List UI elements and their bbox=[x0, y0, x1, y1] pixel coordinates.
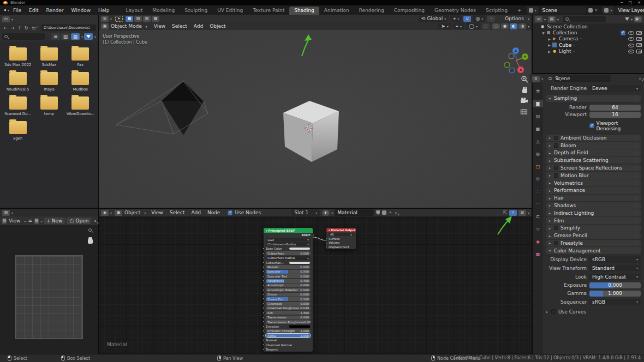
node-input-subsurface[interactable]: Subsurface0.000 bbox=[264, 251, 313, 256]
use-curves-checkbox[interactable] bbox=[551, 309, 556, 314]
expand-icon[interactable]: ▸ bbox=[549, 234, 554, 238]
world-icon[interactable]: ◍ bbox=[533, 150, 543, 158]
input-socket-icon[interactable] bbox=[263, 280, 265, 282]
xray-toggle-icon[interactable]: ▢ bbox=[482, 23, 490, 29]
menu-window[interactable]: Window bbox=[68, 8, 95, 13]
path-field[interactable]: C:\Users\user\Documents\ bbox=[41, 25, 96, 31]
menu-help[interactable]: Help bbox=[94, 8, 114, 13]
disable-render-icon[interactable] bbox=[636, 43, 642, 47]
input-socket-icon[interactable] bbox=[263, 316, 265, 318]
node-snap-icon[interactable]: ⌗ bbox=[509, 210, 517, 216]
section-checkbox[interactable] bbox=[554, 166, 558, 170]
node-input-base-color[interactable]: Base Color bbox=[264, 246, 313, 251]
expand-icon[interactable]: ▸ bbox=[549, 166, 554, 170]
select-box-icon[interactable]: ▧ bbox=[134, 16, 142, 22]
section-performance[interactable]: ▸Performance∷ bbox=[546, 187, 641, 194]
shading-solid-icon[interactable]: ● bbox=[501, 23, 509, 29]
principled-bsdf-node[interactable]: ▾Principled BSDF BSDF GGXChristensen-Bur… bbox=[264, 228, 313, 352]
editor-type-shader-icon[interactable]: ◉ bbox=[101, 210, 109, 216]
constraints-icon[interactable]: ⊏ bbox=[533, 213, 543, 220]
input-socket-icon[interactable] bbox=[263, 312, 265, 314]
particles-icon[interactable]: ∴ bbox=[533, 188, 543, 195]
navigation-gizmo[interactable]: ZYX bbox=[504, 47, 528, 73]
expand-icon[interactable]: ▸ bbox=[549, 136, 554, 140]
menu-file[interactable]: File bbox=[9, 8, 25, 13]
pan-hand-icon[interactable] bbox=[86, 237, 94, 245]
falloff-icon[interactable]: ∿ bbox=[487, 16, 495, 22]
new-material-icon[interactable] bbox=[382, 210, 386, 215]
input-socket-icon[interactable] bbox=[263, 261, 265, 263]
section-shadows[interactable]: ▸Shadows∷ bbox=[546, 202, 641, 209]
forward-icon[interactable]: → bbox=[9, 26, 16, 31]
section-bloom[interactable]: ▸Bloom∷ bbox=[546, 142, 641, 149]
view-layer-icon[interactable] bbox=[602, 7, 614, 14]
shader-menu-node[interactable]: Node bbox=[204, 210, 224, 215]
outliner-item-camera[interactable]: ▶▶Camera◦ bbox=[533, 36, 644, 42]
section-simplify[interactable]: ▸Simplify∷ bbox=[546, 225, 641, 232]
viewport-menu-add[interactable]: Add bbox=[190, 23, 206, 29]
node-input-ggx[interactable]: GGX bbox=[264, 237, 313, 242]
tab-compositing[interactable]: Compositing bbox=[389, 7, 430, 15]
viewport-camera-icon[interactable] bbox=[521, 98, 528, 103]
node-header[interactable]: ▾Material Output bbox=[326, 228, 356, 232]
hide-eye-icon[interactable] bbox=[628, 49, 634, 53]
editor-type-properties-icon[interactable]: ≡ bbox=[532, 76, 540, 82]
minimize-button[interactable]: ─ bbox=[621, 1, 623, 5]
maximize-button[interactable]: □ bbox=[629, 1, 633, 5]
disable-render-icon[interactable] bbox=[636, 31, 642, 35]
viewport-menu-select[interactable]: Select bbox=[169, 23, 190, 29]
folder-item[interactable]: 3dsMax bbox=[33, 47, 64, 67]
create-folder-icon[interactable]: 🗀⁺ bbox=[30, 26, 40, 31]
node-input-sheen-tint[interactable]: Sheen Tint0.500 bbox=[264, 297, 313, 301]
slot-dropdown[interactable]: Slot 1 bbox=[291, 209, 320, 216]
material-preview-icon[interactable]: ◐ bbox=[322, 210, 330, 216]
menu-edit[interactable]: Edit bbox=[25, 8, 42, 13]
field-look-dropdown[interactable]: High Contrast bbox=[589, 274, 641, 280]
color-swatch[interactable] bbox=[289, 261, 311, 264]
object-data-icon[interactable]: ▽ bbox=[533, 225, 543, 233]
color-swatch[interactable] bbox=[289, 325, 311, 328]
expand-icon[interactable]: ▸ bbox=[549, 196, 554, 200]
node-input-specular-tint[interactable]: Specular Tint0.000 bbox=[264, 274, 313, 279]
section-motion-blur[interactable]: ▸Motion Blur∷ bbox=[546, 172, 641, 179]
expand-icon[interactable]: ▸ bbox=[549, 203, 554, 207]
expand-icon[interactable]: ▶ bbox=[547, 43, 552, 47]
viewport-zoom-icon[interactable] bbox=[522, 76, 528, 82]
pin-material-icon[interactable] bbox=[395, 212, 397, 214]
expand-icon[interactable]: ▸ bbox=[549, 151, 554, 155]
scene-icon[interactable] bbox=[527, 7, 539, 14]
material-output-node[interactable]: ▾Material Output All SurfaceVolumeDispla… bbox=[326, 228, 356, 249]
pin-icon[interactable] bbox=[94, 220, 96, 222]
input-socket-icon[interactable] bbox=[263, 330, 265, 332]
display-thumbnail-icon[interactable]: ▦ bbox=[71, 33, 80, 40]
tab-layout[interactable]: Layout bbox=[121, 7, 148, 15]
sampling-section-header[interactable]: ▾Sampling∷ bbox=[546, 95, 641, 102]
section-indirect-lighting[interactable]: ▸Indirect Lighting∷ bbox=[546, 209, 641, 216]
node-input-clearcoat-roughness[interactable]: Clearcoat Roughness0.030 bbox=[264, 306, 313, 310]
tab-shading[interactable]: Shading bbox=[289, 7, 319, 15]
node-input-tangent[interactable]: Tangent bbox=[264, 347, 313, 352]
new-image-button[interactable]: + New bbox=[44, 218, 65, 224]
viewport-samples-field[interactable]: 16 bbox=[589, 112, 641, 118]
select-circle-icon[interactable]: ▨ bbox=[143, 16, 151, 22]
input-socket-icon[interactable] bbox=[263, 293, 265, 295]
field-view-transform-dropdown[interactable]: Standard bbox=[589, 265, 641, 272]
expand-icon[interactable]: ▸ bbox=[549, 219, 554, 222]
expand-icon[interactable]: ▸ bbox=[549, 189, 554, 192]
node-input-normal[interactable]: Normal bbox=[264, 338, 313, 342]
material-name-field[interactable]: Material bbox=[335, 209, 374, 216]
section-subsurface-scattering[interactable]: ▸Subsurface Scattering∷ bbox=[546, 157, 641, 164]
outliner-item-collection[interactable]: ▼▤Collection bbox=[533, 29, 644, 35]
node-input-clearcoat[interactable]: Clearcoat0.000 bbox=[264, 301, 313, 306]
folder-item[interactable]: xgen bbox=[2, 121, 33, 141]
node-input-anisotropic-rotation[interactable]: Anisotropic Rotation0.000 bbox=[264, 288, 313, 292]
section-checkbox[interactable] bbox=[554, 173, 558, 178]
menu-render[interactable]: Render bbox=[43, 8, 68, 13]
image-view-menu[interactable]: View bbox=[7, 216, 22, 225]
viewport-scene[interactable]: ZYX bbox=[99, 30, 532, 208]
folder-item[interactable]: temp bbox=[33, 96, 64, 116]
node-input-ior[interactable]: IOR1.450 bbox=[264, 311, 313, 315]
back-icon[interactable]: ← bbox=[2, 26, 9, 31]
input-socket-icon[interactable] bbox=[263, 284, 265, 286]
input-socket-icon[interactable] bbox=[263, 339, 265, 341]
